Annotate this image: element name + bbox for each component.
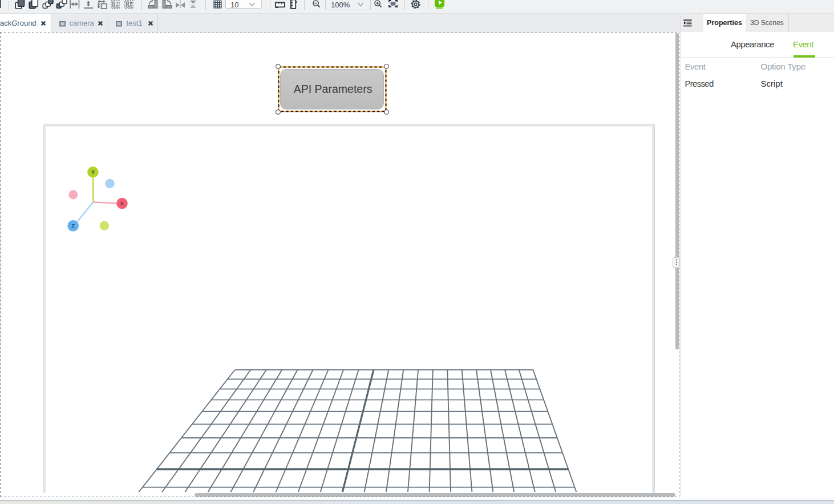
svg-text:Y: Y (91, 169, 95, 175)
svg-text:Z: Z (71, 222, 75, 229)
svg-text:X: X (120, 200, 124, 206)
